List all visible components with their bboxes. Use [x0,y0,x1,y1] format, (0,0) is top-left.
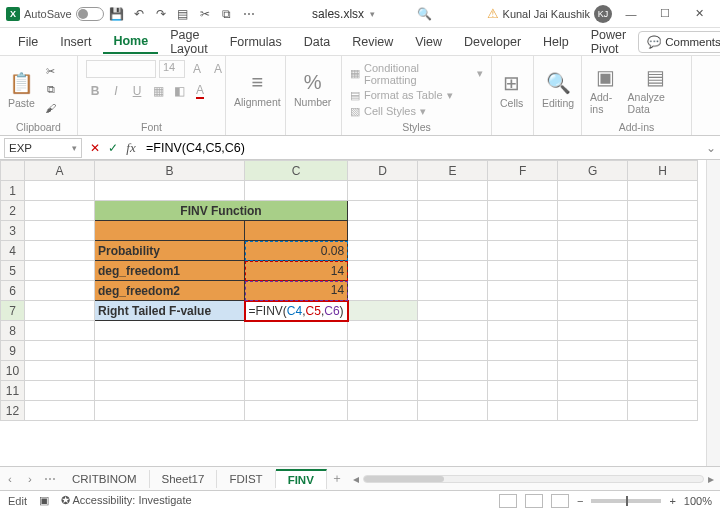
grow-font-icon[interactable]: A [188,60,206,78]
accept-formula-icon[interactable]: ✓ [104,139,122,157]
tab-review[interactable]: Review [342,31,403,53]
qat-icon[interactable]: ▤ [174,5,192,23]
tab-developer[interactable]: Developer [454,31,531,53]
row-header[interactable]: 1 [1,181,25,201]
more-icon[interactable]: ⋯ [240,5,258,23]
italic-button[interactable]: I [107,82,125,100]
tab-home[interactable]: Home [103,30,158,54]
row-header[interactable]: 2 [1,201,25,221]
cell-b4[interactable]: Probability [95,241,245,261]
cell-c5[interactable]: 14 [245,261,348,281]
autosave-toggle[interactable] [76,7,104,21]
save-icon[interactable]: 💾 [108,5,126,23]
accessibility-status[interactable]: ✪ Accessibility: Investigate [61,494,192,507]
cancel-formula-icon[interactable]: ✕ [86,139,104,157]
cell-b6[interactable]: deg_freedom2 [95,281,245,301]
tab-all-icon[interactable]: ⋯ [40,472,60,486]
number-format-button[interactable]: %Number [294,71,331,108]
row-header[interactable]: 10 [1,361,25,381]
tab-power-pivot[interactable]: Power Pivot [581,24,636,60]
shrink-font-icon[interactable]: A [209,60,227,78]
cells-button[interactable]: ⊞Cells [500,71,523,109]
col-header[interactable]: F [488,161,558,181]
cell-b5[interactable]: deg_freedom1 [95,261,245,281]
col-header[interactable]: B [95,161,245,181]
name-box[interactable]: EXP▾ [4,138,82,158]
normal-view-button[interactable] [499,494,517,508]
row-header[interactable]: 8 [1,321,25,341]
zoom-level[interactable]: 100% [684,495,712,507]
add-sheet-icon[interactable]: ＋ [327,471,347,486]
font-color-button[interactable]: A [191,82,209,100]
row-header[interactable]: 11 [1,381,25,401]
analyze-data-button[interactable]: ▤Analyze Data [628,65,683,115]
sheet-tab[interactable]: CRITBINOM [60,470,150,488]
macro-icon[interactable]: ▣ [39,494,49,507]
zoom-in-icon[interactable]: + [669,495,675,507]
col-header[interactable]: A [25,161,95,181]
search-icon[interactable]: 🔍 [417,7,432,21]
expand-formula-bar-icon[interactable]: ⌄ [702,141,720,155]
tab-view[interactable]: View [405,31,452,53]
page-layout-view-button[interactable] [525,494,543,508]
cell[interactable] [95,221,245,241]
zoom-slider[interactable] [591,499,661,503]
spreadsheet-table[interactable]: A B C D E F G H 1 2FINV Function 3 4Prob… [0,160,698,421]
cell-b7[interactable]: Right Tailed F-value [95,301,245,321]
sheet-tab-active[interactable]: FINV [276,469,327,489]
cell-c4[interactable]: 0.08 [245,241,348,261]
copy-icon[interactable]: ⧉ [218,5,236,23]
tab-next-icon[interactable]: › [20,473,40,485]
editing-button[interactable]: 🔍Editing [542,71,574,109]
fx-icon[interactable]: fx [122,139,140,157]
undo-icon[interactable]: ↶ [130,5,148,23]
addins-button[interactable]: ▣Add-ins [590,65,622,115]
sheet-tab[interactable]: Sheet17 [150,470,218,488]
row-header[interactable]: 5 [1,261,25,281]
alignment-button[interactable]: ≡Alignment [234,71,281,108]
copy-button[interactable]: ⧉ [41,82,61,98]
tab-help[interactable]: Help [533,31,579,53]
cell-c6[interactable]: 14 [245,281,348,301]
tab-prev-icon[interactable]: ‹ [0,473,20,485]
avatar[interactable]: KJ [594,5,612,23]
redo-icon[interactable]: ↷ [152,5,170,23]
maximize-button[interactable]: ☐ [650,1,680,27]
formula-input[interactable] [140,138,702,158]
format-painter-button[interactable]: 🖌 [41,100,61,116]
bold-button[interactable]: B [86,82,104,100]
select-all-corner[interactable] [1,161,25,181]
col-header[interactable]: D [348,161,418,181]
cell-title[interactable]: FINV Function [95,201,348,221]
col-header[interactable]: E [418,161,488,181]
row-header[interactable]: 12 [1,401,25,421]
row-header[interactable]: 6 [1,281,25,301]
cell-c7-active[interactable]: =FINV(C4,C5,C6) [245,301,348,321]
row-header[interactable]: 3 [1,221,25,241]
horizontal-scrollbar[interactable]: ◂ ▸ [347,472,720,486]
close-button[interactable]: ✕ [684,1,714,27]
col-header[interactable]: C [245,161,348,181]
row-header[interactable]: 9 [1,341,25,361]
sheet-tab[interactable]: FDIST [217,470,275,488]
tab-formulas[interactable]: Formulas [220,31,292,53]
tab-insert[interactable]: Insert [50,31,101,53]
cut-button[interactable]: ✂ [41,64,61,80]
tab-file[interactable]: File [8,31,48,53]
underline-button[interactable]: U [128,82,146,100]
row-header[interactable]: 7 [1,301,25,321]
fill-color-button[interactable]: ◧ [170,82,188,100]
cell-styles-button[interactable]: ▧ Cell Styles ▾ [350,105,483,118]
conditional-formatting-button[interactable]: ▦ Conditional Formatting ▾ [350,62,483,86]
col-header[interactable]: G [558,161,628,181]
cut-icon[interactable]: ✂ [196,5,214,23]
cell[interactable] [245,221,348,241]
border-button[interactable]: ▦ [149,82,167,100]
vertical-scrollbar[interactable] [706,160,720,466]
format-as-table-button[interactable]: ▤ Format as Table ▾ [350,89,483,102]
font-size-select[interactable]: 14 [159,60,185,78]
zoom-out-icon[interactable]: − [577,495,583,507]
chevron-down-icon[interactable]: ▾ [370,9,375,19]
font-name-select[interactable] [86,60,156,78]
paste-button[interactable]: 📋Paste [8,71,35,109]
